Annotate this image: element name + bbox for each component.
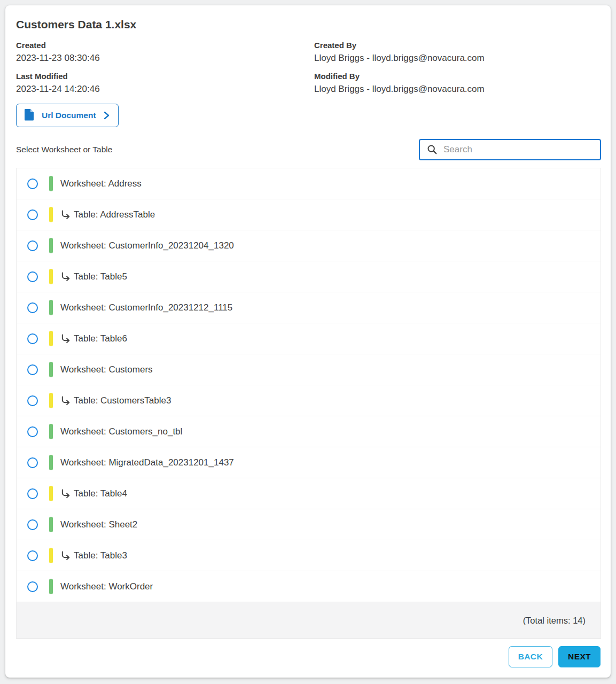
modified-by-block: Modified By Lloyd Briggs - lloyd.briggs@… [314, 72, 601, 95]
next-button[interactable]: NEXT [558, 646, 601, 667]
list-toolbar: Select Worksheet or Table [16, 139, 601, 160]
select-worksheet-label: Select Worksheet or Table [16, 145, 112, 154]
radio-button[interactable] [27, 426, 38, 437]
type-color-bar [49, 176, 53, 191]
radio-button[interactable] [27, 457, 38, 468]
last-modified-value: 2023-11-24 14:20:46 [16, 84, 314, 95]
list-item-label: Table: Table3 [60, 550, 127, 561]
list-item-label: Table: Table4 [60, 488, 127, 499]
page-title: Customers Data 1.xlsx [16, 18, 601, 31]
created-by-value: Lloyd Briggs - lloyd.briggs@novacura.com [314, 53, 601, 64]
type-color-bar [49, 331, 53, 346]
list-item-label: Worksheet: Sheet2 [60, 519, 137, 530]
back-button[interactable]: BACK [509, 646, 552, 667]
type-color-bar [49, 579, 53, 594]
type-color-bar [49, 238, 53, 253]
type-color-bar [49, 517, 53, 532]
chevron-right-icon [104, 111, 110, 120]
radio-button[interactable] [27, 395, 38, 406]
radio-button[interactable] [27, 240, 38, 251]
type-color-bar [49, 455, 53, 470]
footer-actions: BACK NEXT [16, 646, 601, 667]
list-item-text: Worksheet: MigratedData_20231201_1437 [60, 457, 234, 468]
list-item[interactable]: Table: Table4 [17, 478, 601, 509]
radio-button[interactable] [27, 333, 38, 344]
subdirectory-arrow-icon [60, 209, 71, 220]
subdirectory-arrow-icon [60, 395, 71, 406]
list-item-label: Table: Table5 [60, 271, 127, 282]
list-item-text: Table: CustomersTable3 [74, 395, 171, 406]
list-item-label: Worksheet: Address [60, 178, 142, 189]
type-color-bar [49, 207, 53, 222]
radio-button[interactable] [27, 550, 38, 561]
created-by-block: Created By Lloyd Briggs - lloyd.briggs@n… [314, 41, 601, 64]
subdirectory-arrow-icon [60, 271, 71, 282]
list-item[interactable]: Table: AddressTable [17, 199, 601, 230]
list-item[interactable]: Table: CustomersTable3 [17, 385, 601, 416]
list-item[interactable]: Worksheet: Sheet2 [17, 509, 601, 540]
list-item-label: Worksheet: CustomerInfo_20231212_1115 [60, 302, 232, 313]
created-value: 2023-11-23 08:30:46 [16, 53, 314, 64]
subdirectory-arrow-icon [60, 333, 71, 344]
search-icon [426, 144, 438, 156]
radio-button[interactable] [27, 302, 38, 313]
radio-button[interactable] [27, 209, 38, 220]
list-item[interactable]: Worksheet: Customers_no_tbl [17, 416, 601, 447]
list-item-text: Worksheet: Address [60, 178, 142, 189]
search-box[interactable] [419, 139, 601, 160]
radio-button[interactable] [27, 271, 38, 282]
list-item[interactable]: Worksheet: WorkOrder [17, 571, 601, 602]
last-modified-block: Last Modified 2023-11-24 14:20:46 [16, 72, 314, 95]
list-item-text: Worksheet: Sheet2 [60, 519, 137, 530]
list-item-text: Worksheet: CustomerInfo_20231204_1320 [60, 240, 234, 251]
list-item[interactable]: Table: Table3 [17, 540, 601, 571]
subdirectory-arrow-icon [60, 488, 71, 499]
radio-button[interactable] [27, 178, 38, 189]
last-modified-label: Last Modified [16, 72, 314, 81]
list-item-label: Worksheet: WorkOrder [60, 581, 153, 592]
list-item-text: Table: Table4 [74, 488, 127, 499]
list-item[interactable]: Worksheet: CustomerInfo_20231212_1115 [17, 292, 601, 323]
list-item-label: Table: Table6 [60, 333, 127, 344]
list-item[interactable]: Worksheet: Customers [17, 354, 601, 385]
created-by-label: Created By [314, 41, 601, 50]
list-item[interactable]: Worksheet: CustomerInfo_20231204_1320 [17, 230, 601, 261]
list-item-text: Worksheet: Customers_no_tbl [60, 426, 182, 437]
search-input[interactable] [443, 144, 595, 155]
type-color-bar [49, 424, 53, 439]
radio-button[interactable] [27, 581, 38, 592]
document-icon [24, 108, 34, 122]
list-item-label: Worksheet: MigratedData_20231201_1437 [60, 457, 234, 468]
list-item[interactable]: Table: Table5 [17, 261, 601, 292]
subdirectory-arrow-icon [60, 550, 71, 561]
url-document-label: Url Document [42, 111, 96, 120]
file-details-card: Customers Data 1.xlsx Created 2023-11-23… [5, 5, 611, 678]
url-document-button[interactable]: Url Document [16, 104, 119, 127]
radio-button[interactable] [27, 519, 38, 530]
modified-by-value: Lloyd Briggs - lloyd.briggs@novacura.com [314, 84, 601, 95]
radio-button[interactable] [27, 364, 38, 375]
created-label: Created [16, 41, 314, 50]
total-items-text: (Total items: 14) [523, 616, 586, 626]
list-item-label: Table: CustomersTable3 [60, 395, 171, 406]
radio-button[interactable] [27, 488, 38, 499]
list-item-label: Worksheet: Customers [60, 364, 153, 375]
list-item-text: Table: Table5 [74, 271, 127, 282]
list-item-text: Table: Table3 [74, 550, 127, 561]
list-item[interactable]: Worksheet: Address [17, 168, 601, 199]
list-item-label: Worksheet: CustomerInfo_20231204_1320 [60, 240, 234, 251]
type-color-bar [49, 269, 53, 284]
type-color-bar [49, 393, 53, 408]
list-item[interactable]: Table: Table6 [17, 323, 601, 354]
type-color-bar [49, 486, 53, 501]
list-item-text: Table: Table6 [74, 333, 127, 344]
type-color-bar [49, 300, 53, 315]
list-item-text: Worksheet: WorkOrder [60, 581, 153, 592]
list-item-text: Worksheet: Customers [60, 364, 153, 375]
type-color-bar [49, 548, 53, 563]
list-item-text: Worksheet: CustomerInfo_20231212_1115 [60, 302, 232, 313]
list-footer: (Total items: 14) [17, 602, 601, 639]
list-item[interactable]: Worksheet: MigratedData_20231201_1437 [17, 447, 601, 478]
created-block: Created 2023-11-23 08:30:46 [16, 41, 314, 64]
modified-by-label: Modified By [314, 72, 601, 81]
